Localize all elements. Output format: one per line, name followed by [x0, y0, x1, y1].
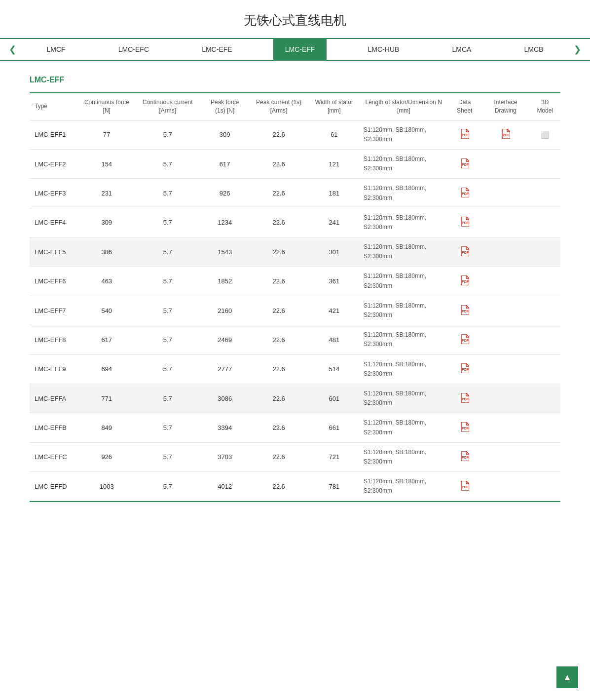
cell-interface	[481, 325, 530, 354]
cell-width-stator: 361	[309, 267, 360, 296]
cell-data-sheet[interactable]: PDF	[448, 442, 481, 471]
cell-cont-current: 5.7	[135, 149, 201, 178]
table-row: LMC-EFF64635.7185222.6361S1:120mm, SB:18…	[30, 267, 560, 296]
cell-type: LMC-EFF4	[30, 208, 79, 237]
pdf-icon[interactable]: PDF	[460, 393, 469, 403]
cell-data-sheet[interactable]: PDF	[448, 384, 481, 413]
cell-peak-current: 22.6	[249, 120, 309, 149]
pdf-icon[interactable]: PDF	[460, 129, 469, 139]
cell-data-sheet[interactable]: PDF	[448, 296, 481, 325]
nav-tab-lmc-efc[interactable]: LMC-EFC	[107, 39, 161, 60]
pdf-icon[interactable]: PDF	[501, 129, 510, 139]
cell-peak-current: 22.6	[249, 179, 309, 208]
cell-peak-current: 22.6	[249, 267, 309, 296]
cell-3d-model	[530, 208, 560, 237]
cell-interface	[481, 296, 530, 325]
cell-type: LMC-EFF6	[30, 267, 79, 296]
cell-data-sheet[interactable]: PDF	[448, 413, 481, 442]
cell-width-stator: 241	[309, 208, 360, 237]
cell-data-sheet[interactable]: PDF	[448, 354, 481, 384]
pdf-icon[interactable]: PDF	[460, 158, 469, 168]
cell-cont-current: 5.7	[135, 267, 201, 296]
cell-peak-force: 309	[201, 120, 249, 149]
svg-text:PDF: PDF	[462, 280, 469, 283]
header-data-sheet: Data Sheet	[448, 93, 481, 120]
header-interface-drawing: Interface Drawing	[481, 93, 530, 120]
pdf-icon[interactable]: PDF	[460, 451, 469, 461]
svg-text:PDF: PDF	[462, 192, 469, 195]
cell-cont-current: 5.7	[135, 120, 201, 149]
cell-width-stator: 181	[309, 179, 360, 208]
cell-width-stator: 481	[309, 325, 360, 354]
cell-stator-length: S1:120mm, SB:180mm, S2:300mm	[360, 267, 448, 296]
cell-interface	[481, 237, 530, 267]
cell-data-sheet[interactable]: PDF	[448, 237, 481, 267]
cell-data-sheet[interactable]: PDF	[448, 208, 481, 237]
cell-stator-length: S1:120mm, SB:180mm, S2:300mm	[360, 384, 448, 413]
nav-prev-arrow[interactable]: ❮	[5, 44, 20, 55]
pdf-icon[interactable]: PDF	[460, 188, 469, 197]
cell-data-sheet[interactable]: PDF	[448, 325, 481, 354]
cell-cont-force: 154	[79, 149, 135, 178]
svg-text:PDF: PDF	[462, 485, 469, 489]
pdf-icon[interactable]: PDF	[460, 334, 469, 344]
cell-interface[interactable]: PDF	[481, 120, 530, 149]
cell-type: LMC-EFFC	[30, 442, 79, 471]
cell-cont-force: 77	[79, 120, 135, 149]
cell-3d-model	[530, 413, 560, 442]
table-row: LMC-EFF21545.761722.6121S1:120mm, SB:180…	[30, 149, 560, 178]
cell-width-stator: 601	[309, 384, 360, 413]
nav-tab-lmcb[interactable]: LMCB	[512, 39, 555, 60]
svg-text:PDF: PDF	[462, 310, 469, 313]
table-row: LMC-EFFC9265.7370322.6721S1:120mm, SB:18…	[30, 442, 560, 471]
cell-type: LMC-EFF2	[30, 149, 79, 178]
3d-model-icon[interactable]: ⬜	[541, 131, 549, 139]
table-row: LMC-EFF53865.7154322.6301S1:120mm, SB:18…	[30, 237, 560, 267]
cell-cont-current: 5.7	[135, 384, 201, 413]
back-to-top-button[interactable]: ▲	[556, 666, 578, 688]
table-body: LMC-EFF1775.730922.661S1:120mm, SB:180mm…	[30, 120, 560, 501]
cell-stator-length: S1:120mm, SB:180mm, S2:300mm	[360, 296, 448, 325]
nav-tab-lmc-efe[interactable]: LMC-EFE	[190, 39, 244, 60]
header-type: Type	[30, 93, 79, 120]
page-title: 无铁心式直线电机	[0, 0, 590, 38]
cell-data-sheet[interactable]: PDF	[448, 149, 481, 178]
nav-next-arrow[interactable]: ❯	[570, 44, 585, 55]
table-row: LMC-EFF43095.7123422.6241S1:120mm, SB:18…	[30, 208, 560, 237]
cell-peak-force: 3394	[201, 413, 249, 442]
cell-data-sheet[interactable]: PDF	[448, 179, 481, 208]
cell-data-sheet[interactable]: PDF	[448, 267, 481, 296]
cell-width-stator: 661	[309, 413, 360, 442]
pdf-icon[interactable]: PDF	[460, 217, 469, 227]
nav-tab-lmc-eff[interactable]: LMC-EFF	[273, 39, 327, 60]
cell-3d-model	[530, 325, 560, 354]
cell-type: LMC-EFF7	[30, 296, 79, 325]
pdf-icon[interactable]: PDF	[460, 246, 469, 256]
cell-cont-force: 1003	[79, 472, 135, 501]
cell-cont-current: 5.7	[135, 472, 201, 501]
cell-3d-model	[530, 442, 560, 471]
header-peak-force: Peak force (1s) [N]	[201, 93, 249, 120]
svg-text:PDF: PDF	[462, 397, 469, 401]
nav-tab-lmca[interactable]: LMCA	[440, 39, 483, 60]
cell-cont-force: 849	[79, 413, 135, 442]
cell-stator-length: S1:120mm, SB:180mm, S2:300mm	[360, 472, 448, 501]
cell-peak-force: 1852	[201, 267, 249, 296]
cell-type: LMC-EFF1	[30, 120, 79, 149]
pdf-icon[interactable]: PDF	[460, 305, 469, 315]
pdf-icon[interactable]: PDF	[460, 275, 469, 285]
cell-3d-model	[530, 472, 560, 501]
cell-data-sheet[interactable]: PDF	[448, 120, 481, 149]
pdf-icon[interactable]: PDF	[460, 481, 469, 491]
nav-tab-lmcf[interactable]: LMCF	[35, 39, 77, 60]
cell-3d-model[interactable]: ⬜	[530, 120, 560, 149]
pdf-icon[interactable]: PDF	[460, 363, 469, 373]
cell-cont-current: 5.7	[135, 179, 201, 208]
cell-cont-force: 309	[79, 208, 135, 237]
cell-data-sheet[interactable]: PDF	[448, 472, 481, 501]
cell-interface	[481, 442, 530, 471]
cell-interface	[481, 413, 530, 442]
pdf-icon[interactable]: PDF	[460, 422, 469, 432]
cell-3d-model	[530, 354, 560, 384]
nav-tab-lmc-hub[interactable]: LMC-HUB	[356, 39, 411, 60]
